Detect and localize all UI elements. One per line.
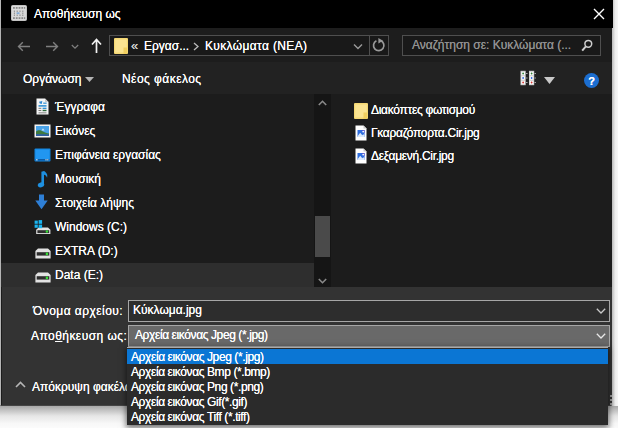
svg-text:?: ? — [588, 75, 595, 87]
